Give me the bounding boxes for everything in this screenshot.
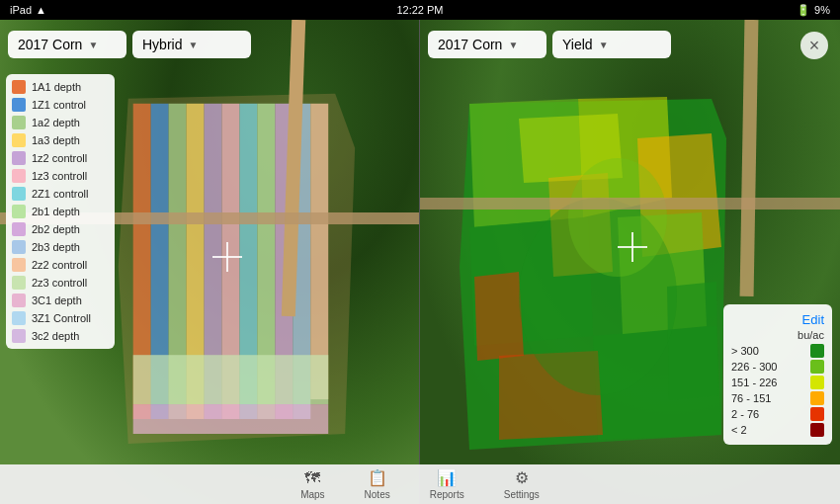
right-crop-label: 2017 Corn — [438, 37, 502, 52]
yield-legend-row: 2 - 76 — [731, 407, 824, 421]
legend-item-label: 2z3 controll — [32, 277, 87, 289]
nav-item-reports[interactable]: 📊Reports — [430, 468, 464, 500]
yield-color-swatch — [810, 391, 824, 405]
legend-item-label: 1A1 depth — [32, 81, 81, 93]
legend-item: 2z2 controll — [6, 256, 115, 274]
legend-item-label: 1Z1 control — [32, 99, 86, 111]
legend-color-swatch — [12, 98, 26, 112]
legend-color-swatch — [12, 222, 26, 236]
nav-label: Settings — [504, 489, 540, 500]
legend-color-swatch — [12, 133, 26, 147]
left-crop-label: 2017 Corn — [18, 37, 82, 52]
left-layer-chevron-icon: ▼ — [188, 40, 198, 50]
svg-marker-24 — [474, 272, 524, 361]
yield-color-swatch — [810, 376, 824, 389]
main-container: 2017 Corn ▼ Hybrid ▼ 1A1 depth1Z1 contro… — [0, 20, 840, 504]
left-crop-chevron-icon: ▼ — [88, 40, 98, 50]
yield-color-swatch — [810, 360, 824, 374]
legend-color-swatch — [12, 294, 26, 307]
legend-item-label: 3Z1 Controll — [32, 312, 91, 324]
legend-color-swatch — [12, 258, 26, 272]
yield-range-label: < 2 — [731, 424, 747, 436]
right-layer-chevron-icon: ▼ — [599, 40, 609, 50]
legend-color-swatch — [12, 116, 26, 129]
svg-rect-12 — [133, 355, 329, 404]
legend-item-label: 2b1 depth — [32, 206, 80, 217]
nav-bar: 🗺Maps📋Notes📊Reports⚙Settings — [0, 464, 840, 504]
left-layer-label: Hybrid — [142, 37, 182, 52]
legend-color-swatch — [12, 151, 26, 165]
legend-item-label: 1z2 controll — [32, 152, 87, 164]
right-panel: 2017 Corn ▼ Yield ▼ × Edit bu/ac > 30022… — [420, 20, 840, 504]
legend-item-label: 3c2 depth — [32, 330, 79, 342]
legend-color-swatch — [12, 329, 26, 343]
legend-item-label: 1a2 depth — [32, 117, 80, 128]
right-toolbar: 2017 Corn ▼ Yield ▼ — [420, 20, 840, 69]
yield-unit-label: bu/ac — [731, 329, 824, 341]
edit-button[interactable]: Edit — [731, 312, 824, 327]
right-layer-dropdown[interactable]: Yield ▼ — [552, 31, 671, 58]
right-crop-dropdown[interactable]: 2017 Corn ▼ — [428, 31, 546, 58]
left-panel: 2017 Corn ▼ Hybrid ▼ 1A1 depth1Z1 contro… — [0, 20, 420, 504]
left-crop-dropdown[interactable]: 2017 Corn ▼ — [8, 31, 126, 58]
yield-legend-row: > 300 — [731, 344, 824, 358]
legend-item-label: 2Z1 controll — [32, 188, 88, 200]
right-crosshair — [618, 232, 647, 262]
nav-item-maps[interactable]: 🗺Maps — [300, 469, 324, 500]
legend-item-label: 2b2 depth — [32, 223, 80, 235]
yield-range-label: 2 - 76 — [731, 408, 759, 420]
right-crop-chevron-icon: ▼ — [508, 40, 518, 50]
nav-label: Reports — [430, 489, 464, 500]
status-right: 🔋 9% — [797, 4, 830, 17]
legend-item-label: 2z2 controll — [32, 259, 87, 271]
legend-item-label: 2b3 depth — [32, 241, 80, 253]
status-left: iPad ▲ — [10, 4, 46, 16]
right-layer-label: Yield — [562, 37, 593, 52]
legend-item: 1Z1 control — [6, 96, 115, 114]
left-layer-dropdown[interactable]: Hybrid ▼ — [132, 31, 251, 58]
left-legend-panel: 1A1 depth1Z1 control1a2 depth1a3 depth1z… — [6, 74, 115, 349]
legend-item: 3Z1 Controll — [6, 309, 115, 327]
legend-item: 1z2 controll — [6, 149, 115, 167]
battery-icon: 🔋 — [797, 4, 810, 17]
yield-legend-row: 151 - 226 — [731, 376, 824, 389]
yield-legend-row: < 2 — [731, 423, 824, 437]
close-button[interactable]: × — [800, 32, 828, 59]
yield-color-swatch — [810, 344, 824, 358]
legend-color-swatch — [12, 80, 26, 94]
yield-range-label: 151 - 226 — [731, 377, 777, 388]
legend-item: 2z3 controll — [6, 274, 115, 292]
yield-range-label: > 300 — [731, 345, 759, 357]
nav-icon: 🗺 — [304, 469, 320, 487]
status-time: 12:22 PM — [396, 4, 443, 16]
nav-icon: ⚙ — [515, 468, 529, 487]
wifi-icon: ▲ — [36, 4, 46, 16]
left-toolbar: 2017 Corn ▼ Hybrid ▼ — [0, 20, 419, 69]
nav-label: Maps — [300, 489, 324, 500]
nav-item-settings[interactable]: ⚙Settings — [504, 468, 540, 500]
yield-range-label: 76 - 151 — [731, 392, 771, 404]
yield-legend-row: 76 - 151 — [731, 391, 824, 405]
left-crosshair — [212, 242, 242, 272]
legend-item: 3c2 depth — [6, 327, 115, 345]
nav-icon: 📊 — [437, 468, 457, 487]
yield-legend-panel: Edit bu/ac > 300226 - 300151 - 22676 - 1… — [723, 304, 832, 445]
yield-range-label: 226 - 300 — [731, 361, 777, 373]
legend-item: 1A1 depth — [6, 78, 115, 96]
legend-item: 2b1 depth — [6, 203, 115, 220]
yield-color-swatch — [810, 423, 824, 437]
legend-item: 2b3 depth — [6, 238, 115, 256]
legend-item: 2b2 depth — [6, 220, 115, 238]
yield-legend-row: 226 - 300 — [731, 360, 824, 374]
nav-item-notes[interactable]: 📋Notes — [365, 468, 390, 500]
carrier-label: iPad — [10, 4, 32, 16]
legend-color-swatch — [12, 276, 26, 290]
legend-item-label: 1z3 controll — [32, 170, 87, 182]
legend-item-label: 1a3 depth — [32, 134, 80, 146]
nav-label: Notes — [365, 489, 390, 500]
legend-color-swatch — [12, 240, 26, 254]
yield-color-swatch — [810, 407, 824, 421]
legend-item: 2Z1 controll — [6, 185, 115, 203]
legend-item-label: 3C1 depth — [32, 294, 82, 306]
road-horizontal-right — [420, 198, 840, 210]
